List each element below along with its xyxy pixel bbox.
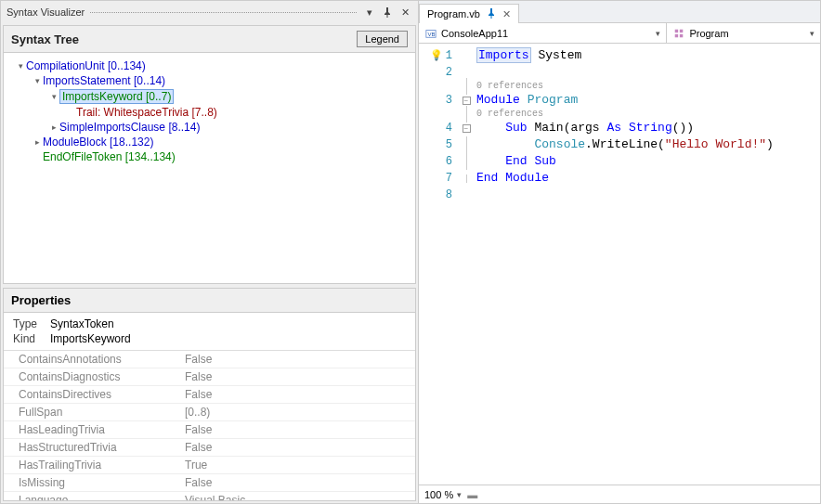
svg-rect-2 xyxy=(675,29,678,32)
fold-cell: − xyxy=(458,120,475,136)
context-member-label: Program xyxy=(689,28,728,39)
property-row[interactable]: IsMissingFalse xyxy=(4,474,415,492)
zoom-dropdown[interactable]: 100 % ▾ xyxy=(424,489,462,500)
tree-node[interactable]: ▸ModuleBlock [18..132) xyxy=(7,135,411,149)
context-project-dropdown[interactable]: VB ConsoleApp11 ▾ xyxy=(419,23,667,43)
property-row[interactable]: HasLeadingTriviaFalse xyxy=(4,421,415,439)
fold-column: −− xyxy=(458,44,475,485)
code-token: Module xyxy=(505,171,549,185)
code-token: End xyxy=(476,171,498,185)
module-icon xyxy=(672,27,685,40)
property-row[interactable]: HasStructuredTriviaFalse xyxy=(4,439,415,457)
code-token: ()) xyxy=(672,121,694,135)
code-token: Console xyxy=(534,137,585,151)
property-name: ContainsAnnotations xyxy=(4,353,185,366)
code-line[interactable]: End Module xyxy=(476,170,820,187)
code-token: System xyxy=(538,48,581,62)
property-name: ContainsDirectives xyxy=(4,388,185,401)
tree-node[interactable]: ▾ImportsStatement [0..14) xyxy=(7,73,411,88)
code-line[interactable]: End Sub xyxy=(476,153,820,170)
property-name: IsMissing xyxy=(4,476,185,489)
tab-pin-icon[interactable] xyxy=(486,7,497,20)
code-token: End xyxy=(505,154,527,168)
property-row[interactable]: ContainsDiagnosticsFalse xyxy=(4,368,415,386)
property-row[interactable]: FullSpan[0..8) xyxy=(4,404,415,421)
tree-node[interactable]: ▾CompilationUnit [0..134) xyxy=(7,58,411,73)
property-name: HasLeadingTrivia xyxy=(4,423,185,436)
chevron-down-icon: ▾ xyxy=(656,29,660,38)
line-number: 7 xyxy=(419,170,452,187)
property-row[interactable]: HasTrailingTriviaTrue xyxy=(4,457,415,474)
fold-cell xyxy=(458,136,475,153)
panel-grip[interactable] xyxy=(90,12,357,13)
code-token: .WriteLine( xyxy=(585,137,665,151)
tab-bar: Program.vb ✕ xyxy=(419,1,820,23)
tree-caret-icon[interactable]: ▸ xyxy=(32,137,43,147)
fold-toggle-icon[interactable]: − xyxy=(463,97,471,105)
property-name: HasTrailingTrivia xyxy=(4,459,185,472)
lightbulb-icon[interactable]: 💡 xyxy=(430,50,443,61)
property-row[interactable]: LanguageVisual Basic xyxy=(4,492,415,500)
line-number-gutter: 💡12345678 xyxy=(419,44,458,485)
tree-node-label: ImportsKeyword [0..7) xyxy=(59,89,174,104)
code-line[interactable] xyxy=(476,187,820,203)
tree-caret-icon[interactable]: ▾ xyxy=(32,76,43,85)
code-token: Sub xyxy=(534,154,555,168)
properties-grid[interactable]: ContainsAnnotationsFalseContainsDiagnost… xyxy=(4,350,415,500)
tree-node[interactable]: EndOfFileToken [134..134) xyxy=(7,149,411,164)
status-bar: 100 % ▾ ▬ xyxy=(419,485,820,503)
property-row[interactable]: ContainsDirectivesFalse xyxy=(4,386,415,404)
properties-type-value: SyntaxToken xyxy=(50,317,114,330)
fold-cell xyxy=(458,170,475,187)
line-number: 8 xyxy=(419,187,452,203)
tree-node-label: SimpleImportsClause [8..14) xyxy=(59,121,200,134)
codelens-references[interactable]: 0 references xyxy=(476,109,820,120)
svg-rect-5 xyxy=(680,33,683,36)
property-name: ContainsDiagnostics xyxy=(4,370,185,383)
code-area[interactable]: Imports System0 referencesModule Program… xyxy=(475,44,820,485)
context-member-dropdown[interactable]: Program ▾ xyxy=(667,23,820,43)
svg-rect-4 xyxy=(675,33,678,36)
tree-node-label: Trail: WhitespaceTrivia [7..8) xyxy=(76,106,217,119)
window-menu-icon[interactable]: ▾ xyxy=(362,5,377,19)
line-number: 💡1 xyxy=(419,47,452,64)
legend-button[interactable]: Legend xyxy=(357,31,408,47)
close-icon[interactable]: ✕ xyxy=(397,5,412,19)
tree-caret-icon[interactable]: ▾ xyxy=(15,61,26,71)
line-number: 3 xyxy=(419,92,452,109)
property-value: False xyxy=(185,441,415,454)
code-line[interactable]: Sub Main(args As String()) xyxy=(476,120,820,136)
editor-body[interactable]: 💡12345678 −− Imports System0 referencesM… xyxy=(419,44,820,485)
tree-node-label: ImportsStatement [0..14) xyxy=(43,74,165,87)
tree-caret-icon[interactable]: ▸ xyxy=(48,123,59,132)
pin-icon[interactable] xyxy=(380,5,395,19)
tree-body[interactable]: ▾CompilationUnit [0..134)▾ImportsStateme… xyxy=(4,53,415,283)
tree-caret-icon[interactable]: ▾ xyxy=(48,92,59,101)
property-name: FullSpan xyxy=(4,406,185,419)
tab-program[interactable]: Program.vb ✕ xyxy=(419,4,519,23)
tree-header: Syntax Tree Legend xyxy=(4,26,415,53)
fold-toggle-icon[interactable]: − xyxy=(463,124,471,133)
code-line[interactable]: Module Program xyxy=(476,92,820,109)
svg-rect-3 xyxy=(680,29,683,32)
tree-node[interactable]: ▾ImportsKeyword [0..7) xyxy=(7,88,411,105)
tree-node[interactable]: Trail: WhitespaceTrivia [7..8) xyxy=(7,105,411,120)
property-row[interactable]: ContainsAnnotationsFalse xyxy=(4,351,415,368)
line-number: 2 xyxy=(419,64,452,81)
code-token: Main(args xyxy=(528,121,607,135)
codelens-references[interactable]: 0 references xyxy=(476,81,820,92)
property-value: False xyxy=(185,423,415,436)
tree-node[interactable]: ▸SimpleImportsClause [8..14) xyxy=(7,120,411,135)
tab-close-icon[interactable]: ✕ xyxy=(502,8,511,20)
properties-kind-value: ImportsKeyword xyxy=(50,332,131,345)
code-line[interactable]: Console.WriteLine("Hello World!") xyxy=(476,136,820,153)
code-token: Sub xyxy=(505,121,527,135)
code-token: "Hello World!" xyxy=(665,137,766,151)
property-value: False xyxy=(185,370,415,383)
property-value: Visual Basic xyxy=(185,494,415,500)
fold-cell xyxy=(458,187,475,203)
properties-type-label: Type xyxy=(13,317,50,330)
code-line[interactable] xyxy=(476,64,820,81)
code-line[interactable]: Imports System xyxy=(476,47,820,64)
code-token xyxy=(621,121,629,135)
